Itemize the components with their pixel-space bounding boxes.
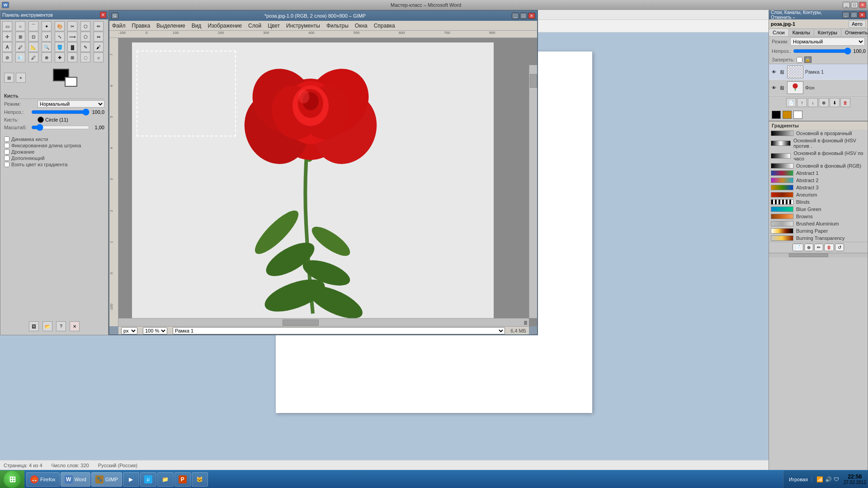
jitter-checkbox[interactable] [4, 149, 9, 155]
tool-ellipse-select[interactable]: ○ [15, 21, 25, 31]
layer-mode-select[interactable]: Нормальный [790, 38, 865, 46]
gradient-item-0[interactable]: Основной в прозрачный [769, 130, 868, 137]
tool-perspective[interactable]: ⬠ [80, 32, 90, 42]
gimp-menu-windows[interactable]: Окна [355, 23, 368, 29]
tray-network-icon[interactable]: 📶 [816, 476, 823, 483]
tab-paths[interactable]: Контуры [814, 29, 841, 36]
gradients-title[interactable]: Градиенты [769, 122, 868, 130]
tool-perspective-clone[interactable]: ⊞ [67, 52, 77, 62]
tab-layers[interactable]: Слои [769, 29, 789, 36]
tool-eraser[interactable]: ⊘ [2, 52, 12, 62]
taskbar-word[interactable]: W Word [61, 472, 90, 487]
gradient-item-8[interactable]: Blinds [769, 198, 868, 206]
gradient-scrollbar[interactable] [769, 253, 868, 258]
gradient-item-10[interactable]: Browns [769, 213, 868, 220]
gimp-scrollbar-thumb-v[interactable] [530, 74, 537, 88]
gimp-menu-tools[interactable]: Инструменты [286, 23, 320, 29]
tool-fuzzy-select[interactable]: ✦ [42, 21, 52, 31]
taskbar-player[interactable]: ▶ [123, 472, 139, 487]
tool-free-select[interactable]: ⌒ [28, 21, 38, 31]
gradient-new-button[interactable]: 📄 [793, 244, 803, 251]
tool-measure[interactable]: 📐 [28, 42, 38, 52]
gimp-canvas-area[interactable] [118, 38, 537, 326]
gradient-item-13[interactable]: Burning Transparency [769, 235, 868, 242]
layer-visibility-frame[interactable]: 👁 [771, 69, 777, 75]
tool-crop[interactable]: ⊡ [28, 32, 38, 42]
background-color[interactable] [65, 77, 77, 87]
color-swatch-yellow[interactable] [783, 111, 792, 119]
brush-scale-slider[interactable] [31, 124, 90, 131]
gimp-menu-file[interactable]: Файл [112, 23, 126, 29]
delete-layer-button[interactable]: 🗑 [840, 98, 850, 107]
gradient-item-5[interactable]: Abstract 2 [769, 177, 868, 184]
tray-security-icon[interactable]: 🛡 [834, 476, 839, 483]
tool-clone[interactable]: ⊕ [42, 52, 52, 62]
gimp-close-button[interactable]: ✕ [528, 13, 535, 19]
tool-foreground-select[interactable]: ⬡ [80, 21, 90, 31]
tab-undo[interactable]: Отменить [841, 29, 868, 36]
tool-flip[interactable]: ⇔ [94, 32, 104, 42]
layer-row-frame[interactable]: 👁 ⛓ Рамка 1 [769, 64, 868, 80]
new-image-button[interactable]: 🖼 [29, 321, 39, 331]
new-layer-button[interactable]: 📄 [786, 98, 796, 107]
tool-text[interactable]: A [2, 42, 12, 52]
taskbar-filemanager[interactable]: 📁 [157, 472, 174, 487]
taskbar-gimp-cat[interactable]: 🐱 [192, 472, 208, 487]
layer-opacity-slider[interactable] [793, 47, 851, 55]
tool-panel-close-button[interactable]: ✕ [100, 12, 106, 18]
dynamics-checkbox[interactable] [4, 136, 9, 142]
tool-ink[interactable]: 🖊 [28, 52, 38, 62]
gimp-menu-filters[interactable]: Фильтры [326, 23, 349, 29]
gimp-menu-layer[interactable]: Слой [248, 23, 261, 29]
gimp-zoom-select[interactable]: 100 % [143, 327, 167, 334]
word-minimize-button[interactable]: _ [843, 2, 850, 8]
gimp-layer-select[interactable]: Рамка 1 [173, 327, 505, 334]
fixed-length-checkbox[interactable] [4, 143, 9, 148]
gimp-menu-select[interactable]: Выделение [156, 23, 185, 29]
gradient-duplicate-button[interactable]: ⊕ [804, 244, 813, 251]
tray-volume-icon[interactable]: 🔊 [825, 476, 832, 483]
layer-row-background[interactable]: 👁 ⛓ Фон [769, 80, 868, 96]
gimp-menu-color[interactable]: Цвет [268, 23, 280, 29]
merge-layer-button[interactable]: ⬇ [830, 98, 840, 107]
gradient-item-4[interactable]: Abstract 1 [769, 169, 868, 177]
clock[interactable]: 22:56 27.02.2012 [844, 474, 866, 485]
layers-maximize-button[interactable]: □ [850, 12, 858, 18]
duplicate-layer-button[interactable]: ⊕ [819, 98, 829, 107]
tool-bucket-fill[interactable]: 🪣 [55, 42, 65, 52]
taskbar-utorrent[interactable]: µ [140, 472, 156, 487]
layer-chain-background[interactable]: ⛓ [779, 84, 785, 91]
tool-scale[interactable]: ⤡ [55, 32, 65, 42]
tool-blend[interactable]: ▓ [67, 42, 77, 52]
gimp-menu-edit[interactable]: Правка [132, 23, 151, 29]
layer-chain-frame[interactable]: ⛓ [779, 69, 785, 75]
gimp-minimize-button[interactable]: _ [512, 13, 519, 19]
start-button[interactable]: ⊞ [0, 470, 24, 488]
raise-layer-button[interactable]: ↑ [797, 98, 807, 107]
layer-visibility-background[interactable]: 👁 [771, 84, 777, 91]
gimp-scrollbar-thumb-h[interactable] [283, 319, 319, 326]
auto-button[interactable]: Авто [849, 20, 866, 28]
gradient-refresh-button[interactable]: ↺ [835, 244, 844, 251]
start-orb[interactable]: ⊞ [4, 471, 21, 488]
gradient-item-12[interactable]: Burning Paper [769, 227, 868, 235]
gimp-maximize-button[interactable]: □ [520, 13, 527, 19]
tool-color-select[interactable]: 🎨 [55, 21, 65, 31]
tool-dodge[interactable]: ☼ [94, 52, 104, 62]
additional-checkbox[interactable] [4, 155, 9, 161]
layers-minimize-button[interactable]: _ [842, 12, 849, 18]
gimp-unit-select[interactable]: px [121, 327, 137, 334]
gimp-menu-help[interactable]: Справка [374, 23, 395, 29]
tool-extra-2[interactable]: + [16, 73, 26, 83]
gradient-item-6[interactable]: Abstract 3 [769, 184, 868, 191]
tool-color-picker[interactable]: 🖊 [15, 42, 25, 52]
gradient-item-2[interactable]: Основной в фоновый (HSV по часо [769, 150, 868, 162]
brush-opacity-slider[interactable] [31, 109, 90, 115]
tool-rotate[interactable]: ↺ [42, 32, 52, 42]
tool-shear[interactable]: ⟿ [67, 32, 77, 42]
tool-align[interactable]: ⊞ [15, 32, 25, 42]
help-button[interactable]: ? [56, 321, 66, 331]
taskbar-firefox[interactable]: 🦊 Firefox [26, 472, 60, 487]
tool-scissors[interactable]: ✂ [67, 21, 77, 31]
tool-paintbrush[interactable]: 🖌 [94, 42, 104, 52]
